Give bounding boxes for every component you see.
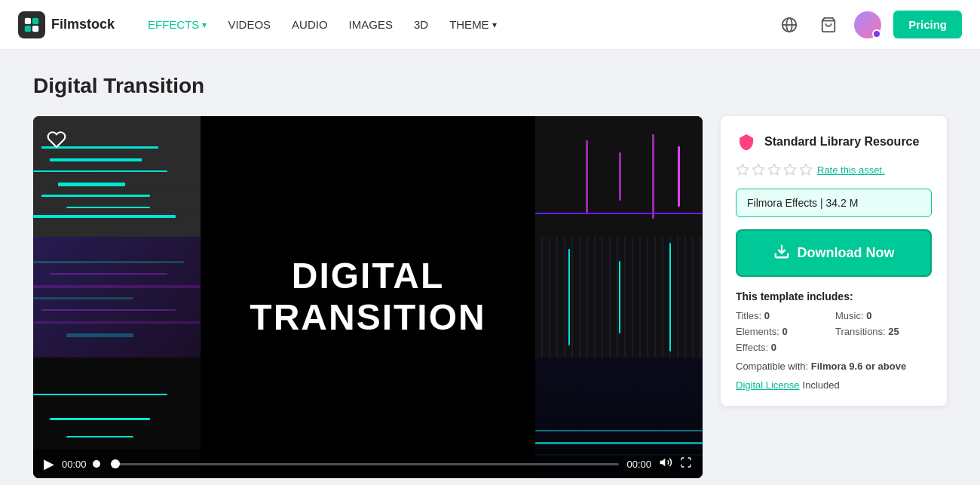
svg-marker-12: [801, 164, 812, 175]
pricing-button[interactable]: Pricing: [893, 11, 962, 38]
preview-cell-5: [33, 237, 201, 358]
star-4[interactable]: [783, 163, 797, 177]
progress-bar[interactable]: [111, 463, 620, 465]
nav-item-videos[interactable]: VIDEOS: [219, 12, 280, 37]
svg-rect-2: [25, 25, 31, 31]
header: Filmstock EFFECTS ▾ VIDEOS AUDIO IMAGES …: [0, 0, 980, 50]
star-2[interactable]: [752, 163, 765, 177]
template-info: This template includes: Titles: 0 Music:…: [736, 290, 932, 391]
file-info-tag: Filmora Effects | 34.2 M: [736, 189, 932, 217]
star-3[interactable]: [767, 163, 781, 177]
logo-icon: [18, 11, 45, 38]
time-total-display: 00:00: [626, 459, 651, 470]
favorite-button[interactable]: [44, 127, 69, 152]
nav-item-3d[interactable]: 3D: [405, 12, 437, 37]
video-grid: DIGITAL TRANSITION: [33, 116, 703, 478]
resource-header: Standard Library Resource: [736, 131, 932, 152]
star-1[interactable]: [736, 163, 749, 177]
digital-license-link[interactable]: Digital License: [736, 379, 800, 391]
stars-row: Rate this asset.: [736, 163, 932, 177]
transitions-info: Transitions: 25: [835, 326, 932, 337]
template-info-grid: Titles: 0 Music: 0 Elements: 0 Transitio…: [736, 310, 932, 353]
nav-item-audio[interactable]: AUDIO: [283, 12, 337, 37]
avatar[interactable]: [854, 11, 881, 38]
preview-cell-center: DIGITAL TRANSITION: [201, 116, 535, 478]
time-current-display: 00:00: [62, 459, 103, 470]
shield-icon: [736, 131, 757, 152]
chevron-down-icon: ▾: [202, 20, 207, 30]
logo-text: Filmstock: [51, 17, 115, 32]
video-player[interactable]: DIGITAL TRANSITION: [33, 116, 703, 478]
svg-rect-0: [25, 17, 31, 23]
download-icon: [773, 243, 790, 263]
compatible-info: Compatible with: Filmora 9.6 or above: [736, 361, 932, 372]
video-controls: ▶ 00:00 00:00: [33, 450, 703, 478]
effects-info: Effects: 0: [736, 342, 832, 353]
preview-cell-6: [535, 237, 703, 358]
preview-cell-4: [535, 116, 703, 237]
progress-dot-marker: [93, 460, 100, 468]
svg-marker-8: [737, 164, 749, 175]
nav-right: Pricing: [776, 11, 962, 38]
globe-icon-button[interactable]: [776, 11, 803, 38]
rate-asset-link[interactable]: Rate this asset.: [817, 164, 885, 176]
svg-marker-11: [785, 164, 796, 175]
page-title: Digital Transition: [33, 74, 947, 98]
nav-item-theme[interactable]: THEME ▾: [440, 12, 506, 37]
page-content: Digital Transition: [15, 50, 965, 485]
svg-rect-3: [32, 25, 38, 31]
svg-rect-1: [32, 17, 38, 23]
star-rating[interactable]: [736, 163, 813, 177]
download-button[interactable]: Download Now: [736, 229, 932, 277]
music-info: Music: 0: [835, 310, 932, 321]
svg-marker-10: [769, 164, 780, 175]
chevron-down-icon: ▾: [492, 20, 497, 30]
progress-indicator: [111, 459, 120, 468]
license-row: Digital License Included: [736, 379, 932, 391]
main-layout: DIGITAL TRANSITION: [33, 116, 947, 478]
logo-area[interactable]: Filmstock: [18, 11, 115, 38]
fullscreen-button[interactable]: [680, 456, 692, 471]
license-suffix: Included: [803, 379, 840, 391]
template-section-title: This template includes:: [736, 290, 932, 302]
avatar-badge: [872, 29, 881, 38]
star-5[interactable]: [799, 163, 813, 177]
play-button[interactable]: ▶: [44, 456, 54, 472]
nav-item-images[interactable]: IMAGES: [340, 12, 402, 37]
sidebar-panel: Standard Library Resource Rate this asse…: [721, 116, 947, 406]
volume-button[interactable]: [659, 456, 672, 472]
svg-marker-9: [753, 164, 764, 175]
elements-info: Elements: 0: [736, 326, 832, 337]
main-nav: EFFECTS ▾ VIDEOS AUDIO IMAGES 3D THEME ▾: [139, 12, 776, 37]
nav-item-effects[interactable]: EFFECTS ▾: [139, 12, 216, 37]
cart-icon-button[interactable]: [815, 11, 842, 38]
resource-title: Standard Library Resource: [764, 135, 919, 149]
titles-info: Titles: 0: [736, 310, 832, 321]
center-text: DIGITAL TRANSITION: [250, 256, 485, 338]
